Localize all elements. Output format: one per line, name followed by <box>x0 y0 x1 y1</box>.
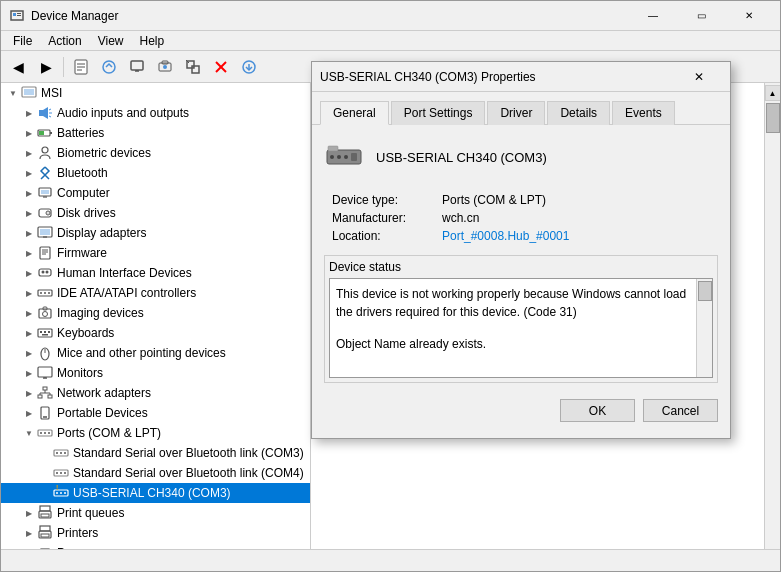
status-text-2: Object Name already exists. <box>336 335 706 353</box>
ok-button[interactable]: OK <box>560 399 635 422</box>
expand-icon: ▶ <box>21 325 37 341</box>
expand-icon: ▶ <box>21 225 37 241</box>
usbserial-icon: ! <box>53 485 69 501</box>
svg-point-77 <box>44 432 46 434</box>
display-icon <box>37 225 53 241</box>
list-item[interactable]: ▶ Portable Devices <box>1 403 310 423</box>
svg-point-8 <box>103 61 115 73</box>
dialog-buttons: OK Cancel <box>324 395 718 426</box>
expand-icon: ▶ <box>21 185 37 201</box>
expand-icon: ▶ <box>21 125 37 141</box>
portable-icon <box>37 405 53 421</box>
maximize-button[interactable]: ▭ <box>678 1 724 31</box>
svg-point-51 <box>44 292 46 294</box>
selected-device-item[interactable]: ! USB-SERIAL CH340 (COM3) <box>1 483 310 503</box>
tab-general[interactable]: General <box>320 101 389 125</box>
list-item[interactable]: ▶ Print queues <box>1 503 310 523</box>
delete-button[interactable] <box>208 54 234 80</box>
root-expand-icon: ▼ <box>5 85 21 101</box>
list-item[interactable]: ▶ Network adapters <box>1 383 310 403</box>
svg-line-28 <box>49 116 51 117</box>
svg-rect-16 <box>192 66 199 73</box>
status-text-1: This device is not working properly beca… <box>336 285 706 321</box>
firmware-icon <box>37 245 53 261</box>
tab-port-settings[interactable]: Port Settings <box>391 101 486 125</box>
status-scroll-thumb[interactable] <box>698 281 712 301</box>
list-item[interactable]: ▶ Imaging devices <box>1 303 310 323</box>
device-type-label: Device type: <box>332 193 442 207</box>
unknown1-button[interactable] <box>152 54 178 80</box>
svg-point-84 <box>56 472 58 474</box>
forward-button[interactable]: ▶ <box>33 54 59 80</box>
svg-rect-63 <box>38 367 52 377</box>
item-label: Ports (COM & LPT) <box>57 426 161 440</box>
scroll-up-button[interactable]: ▲ <box>765 85 781 101</box>
tree-panel[interactable]: ▼ MSI ▶ Audio inputs and outputs ▶ <box>1 83 311 549</box>
list-item[interactable]: Standard Serial over Bluetooth link (COM… <box>1 463 310 483</box>
list-item[interactable]: Standard Serial over Bluetooth link (COM… <box>1 443 310 463</box>
expand-icon: ▶ <box>21 105 37 121</box>
menu-file[interactable]: File <box>5 32 40 50</box>
list-item[interactable]: ▶ Human Interface Devices <box>1 263 310 283</box>
item-label: Computer <box>57 186 110 200</box>
tab-details[interactable]: Details <box>547 101 610 125</box>
menu-help[interactable]: Help <box>132 32 173 50</box>
list-item[interactable]: ▶ Batteries <box>1 123 310 143</box>
manufacturer-value: wch.cn <box>442 211 479 225</box>
svg-point-80 <box>56 452 58 454</box>
biometric-icon <box>37 145 53 161</box>
main-scrollbar[interactable]: ▲ <box>764 83 780 549</box>
list-item[interactable]: ▶ Firmware <box>1 243 310 263</box>
list-item[interactable]: ▶ Printers <box>1 523 310 543</box>
tree-root[interactable]: ▼ MSI <box>1 83 310 103</box>
expand-icon: ▼ <box>21 425 37 441</box>
svg-rect-112 <box>328 146 338 151</box>
device-status-box: This device is not working properly beca… <box>329 278 713 378</box>
list-item[interactable]: ▼ Ports (COM & LPT) <box>1 423 310 443</box>
list-item[interactable]: ▶ Audio inputs and outputs <box>1 103 310 123</box>
svg-rect-31 <box>39 131 44 135</box>
list-item[interactable]: ▶ Monitors <box>1 363 310 383</box>
item-label: Disk drives <box>57 206 116 220</box>
list-item[interactable]: ▶ Display adapters <box>1 223 310 243</box>
dialog-close-button[interactable]: ✕ <box>676 62 722 92</box>
svg-point-89 <box>60 492 62 494</box>
list-item[interactable]: ▶ IDE ATA/ATAPI controllers <box>1 283 310 303</box>
svg-rect-9 <box>131 61 143 70</box>
scan-button[interactable] <box>180 54 206 80</box>
update-button[interactable] <box>96 54 122 80</box>
menu-view[interactable]: View <box>90 32 132 50</box>
list-item[interactable]: ▶ Mice and other pointing devices <box>1 343 310 363</box>
status-scrollbar[interactable] <box>696 279 712 377</box>
properties-button[interactable] <box>68 54 94 80</box>
list-item[interactable]: ▶ Disk drives <box>1 203 310 223</box>
expand-icon: ▶ <box>21 285 37 301</box>
tab-bar: General Port Settings Driver Details Eve… <box>312 92 730 125</box>
monitor-button[interactable] <box>124 54 150 80</box>
minimize-button[interactable]: — <box>630 1 676 31</box>
expand-icon: ▶ <box>21 505 37 521</box>
network-icon <box>37 385 53 401</box>
svg-point-54 <box>43 312 48 317</box>
svg-rect-34 <box>41 190 49 194</box>
tab-driver[interactable]: Driver <box>487 101 545 125</box>
cancel-button[interactable]: Cancel <box>643 399 718 422</box>
expand-icon: ▶ <box>21 345 37 361</box>
svg-text:!: ! <box>56 485 58 491</box>
disk-icon <box>37 205 53 221</box>
svg-point-109 <box>337 155 341 159</box>
back-button[interactable]: ◀ <box>5 54 31 80</box>
tab-events[interactable]: Events <box>612 101 675 125</box>
menu-action[interactable]: Action <box>40 32 89 50</box>
list-item[interactable]: ▶ Bluetooth <box>1 163 310 183</box>
location-value[interactable]: Port_#0008.Hub_#0001 <box>442 229 569 243</box>
list-item[interactable]: ▶ Computer <box>1 183 310 203</box>
close-button[interactable]: ✕ <box>726 1 772 31</box>
scroll-thumb[interactable] <box>766 103 780 133</box>
root-label: MSI <box>41 86 62 100</box>
install-button[interactable] <box>236 54 262 80</box>
location-row: Location: Port_#0008.Hub_#0001 <box>332 229 718 243</box>
list-item[interactable]: ▶ Keyboards <box>1 323 310 343</box>
item-label: USB-SERIAL CH340 (COM3) <box>73 486 231 500</box>
list-item[interactable]: ▶ Biometric devices <box>1 143 310 163</box>
